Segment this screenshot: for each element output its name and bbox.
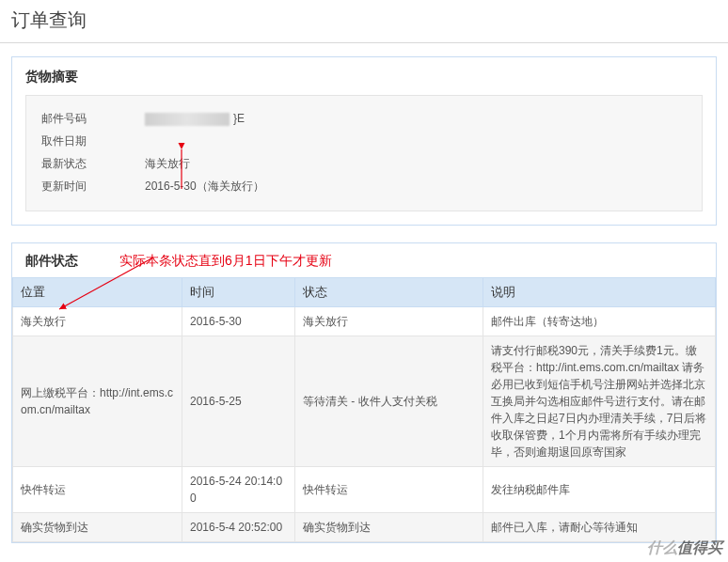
annotation-text: 实际本条状态直到6月1日下午才更新	[119, 253, 332, 270]
cell-state: 海关放行	[295, 307, 483, 336]
summary-label: 取件日期	[41, 132, 145, 150]
summary-panel: 货物摘要 邮件号码 }E 取件日期 最新状态 海关放行 更新时间 2016-5-…	[11, 56, 717, 226]
table-header-row: 位置 时间 状态 说明	[13, 278, 716, 307]
cell-location: 网上缴税平台：http://int.ems.com.cn/mailtax	[13, 336, 182, 467]
status-table: 位置 时间 状态 说明 海关放行 2016-5-30 海关放行 邮件出库（转寄达…	[12, 277, 716, 542]
status-panel: 邮件状态 实际本条状态直到6月1日下午才更新 位置 时间 状态 说明 海关放行 …	[11, 242, 717, 543]
cell-state: 等待清关 - 收件人支付关税	[295, 336, 483, 467]
page-title: 订单查询	[0, 0, 728, 42]
blurred-mailno	[145, 113, 229, 126]
cell-time: 2016-5-4 20:52:00	[182, 513, 295, 542]
summary-row-mailno: 邮件号码 }E	[41, 107, 687, 130]
status-panel-title: 邮件状态	[25, 253, 119, 270]
col-desc: 说明	[483, 278, 716, 307]
cell-time: 2016-5-25	[182, 336, 295, 467]
cell-state: 确实货物到达	[295, 513, 483, 542]
mailno-suffix: }E	[233, 112, 245, 125]
summary-value-mailno: }E	[145, 109, 245, 128]
summary-row-pickup: 取件日期	[41, 130, 687, 152]
table-row: 快件转运 2016-5-24 20:14:00 快件转运 发往纳税邮件库	[13, 467, 716, 513]
table-row: 确实货物到达 2016-5-4 20:52:00 确实货物到达 邮件已入库，请耐…	[13, 513, 716, 542]
summary-value: 海关放行	[145, 154, 190, 173]
summary-label: 最新状态	[41, 154, 145, 173]
summary-row-status: 最新状态 海关放行	[41, 152, 687, 175]
cell-time: 2016-5-30	[182, 307, 295, 336]
col-time: 时间	[182, 278, 295, 307]
cell-state: 快件转运	[295, 467, 483, 513]
cell-time: 2016-5-24 20:14:00	[182, 467, 295, 513]
status-header: 邮件状态 实际本条状态直到6月1日下午才更新	[12, 243, 716, 277]
summary-label: 更新时间	[41, 177, 145, 195]
summary-panel-title: 货物摘要	[25, 69, 703, 86]
summary-value: 2016-5-30（海关放行）	[145, 177, 264, 195]
table-row: 网上缴税平台：http://int.ems.com.cn/mailtax 201…	[13, 336, 716, 467]
col-location: 位置	[13, 278, 182, 307]
cell-location: 快件转运	[13, 467, 182, 513]
summary-label: 邮件号码	[41, 109, 145, 128]
cell-desc: 邮件已入库，请耐心等待通知	[483, 513, 716, 542]
table-row: 海关放行 2016-5-30 海关放行 邮件出库（转寄达地）	[13, 307, 716, 336]
cell-desc: 请支付行邮税390元，清关手续费1元。缴税平台：http://int.ems.c…	[483, 336, 716, 467]
cell-location: 海关放行	[13, 307, 182, 336]
top-divider	[0, 42, 728, 43]
summary-box: 邮件号码 }E 取件日期 最新状态 海关放行 更新时间 2016-5-30（海关…	[25, 95, 703, 211]
col-state: 状态	[295, 278, 483, 307]
cell-desc: 邮件出库（转寄达地）	[483, 307, 716, 336]
cell-desc: 发往纳税邮件库	[483, 467, 716, 513]
summary-row-updated: 更新时间 2016-5-30（海关放行）	[41, 175, 687, 197]
cell-location: 确实货物到达	[13, 513, 182, 542]
